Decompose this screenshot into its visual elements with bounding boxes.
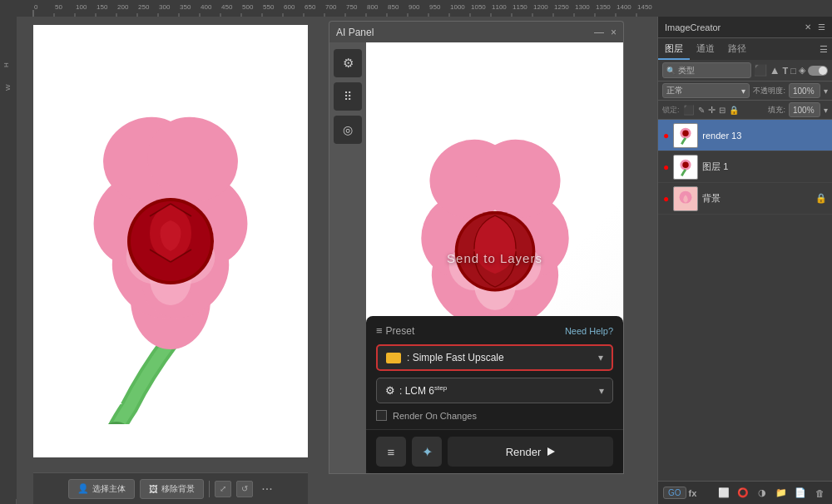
blend-opacity-row: 正常 ▾ 不透明度: 100% ▾ xyxy=(658,82,832,101)
layer-eye-layer1[interactable]: ● xyxy=(663,161,669,173)
preset-chevron-down-icon: ▾ xyxy=(598,352,603,363)
layer-name-layer1: 图层 1 xyxy=(702,161,827,173)
layer-item-background[interactable]: ● 背景 🔒 xyxy=(658,183,832,215)
svg-text:1300: 1300 xyxy=(575,3,590,11)
sparkle-icon: ✦ xyxy=(422,444,433,460)
ai-panel-preview[interactable]: Send to Layers ≡ Preset Need Help? xyxy=(366,42,623,473)
preset-selector[interactable]: : Simple Fast Upscale ▾ xyxy=(376,344,613,371)
sampler-inner: ⚙ : LCM 6step xyxy=(385,384,447,397)
ai-target-btn[interactable]: ◎ xyxy=(334,116,362,144)
remove-bg-button[interactable]: 🖼 移除背景 xyxy=(140,479,204,499)
ruler-top: 0 50 100 150 200 250 300 350 400 450 xyxy=(0,0,832,17)
svg-text:100: 100 xyxy=(76,3,87,11)
preset-icon-yellow xyxy=(386,353,401,363)
render-main-btn[interactable]: Render xyxy=(448,437,613,467)
layer-filter-pixel-icon[interactable]: ⬛ xyxy=(754,64,767,77)
svg-text:H: H xyxy=(2,62,10,67)
svg-text:W: W xyxy=(4,84,12,91)
layer-filter-smartobj-icon[interactable]: ◈ xyxy=(799,65,805,76)
layer-filter-adjust-icon[interactable]: ▲ xyxy=(770,64,780,77)
ai-icon-bar: ⚙ ⠿ ◎ xyxy=(329,42,366,473)
lock-image-icon[interactable]: ✎ xyxy=(698,106,705,115)
layer-new-icon[interactable]: 📄 xyxy=(793,486,808,501)
need-help-link[interactable]: Need Help? xyxy=(565,326,613,336)
blend-mode-chevron: ▾ xyxy=(741,86,745,96)
left-canvas[interactable] xyxy=(33,25,308,457)
opacity-input[interactable]: 100% xyxy=(789,83,820,98)
svg-point-98 xyxy=(683,130,689,136)
layer-eye-background[interactable]: ● xyxy=(663,193,669,205)
toolbar-divider xyxy=(209,481,210,497)
tabs-spacer xyxy=(753,38,815,60)
render-bar: ≡ ✦ Render xyxy=(366,429,623,473)
ai-panel-minimize[interactable]: — xyxy=(594,27,604,38)
more-options-btn[interactable]: ··· xyxy=(261,482,272,497)
svg-text:600: 600 xyxy=(284,3,295,11)
layer-search-box[interactable]: 🔍 类型 xyxy=(662,62,751,78)
layer-eye-render13[interactable]: ● xyxy=(663,130,669,141)
preset-header: ≡ Preset Need Help? xyxy=(376,324,613,337)
render-star-btn[interactable]: ✦ xyxy=(412,437,442,467)
fx-button[interactable]: fx xyxy=(689,488,697,498)
svg-text:1150: 1150 xyxy=(513,3,527,11)
tab-channels[interactable]: 通道 xyxy=(690,38,721,60)
fill-label: 填充: xyxy=(768,105,785,116)
layer-delete-icon[interactable]: 🗑 xyxy=(812,486,827,501)
sampler-selector[interactable]: ⚙ : LCM 6step ▾ xyxy=(376,378,613,403)
svg-text:350: 350 xyxy=(180,3,191,11)
layer-item-layer1[interactable]: ● 图层 1 xyxy=(658,151,832,183)
opacity-label: 不透明度: xyxy=(753,86,785,96)
tab-paths[interactable]: 路径 xyxy=(721,38,753,60)
hamburger-icon: ≡ xyxy=(376,324,383,337)
layer-filter-text-icon[interactable]: T xyxy=(783,66,789,76)
go-area: GO fx xyxy=(663,487,696,499)
ai-panel-controls: — × xyxy=(594,27,617,38)
fill-chevron-icon: ▾ xyxy=(824,106,828,115)
canvas-resize-btn[interactable]: ⤢ xyxy=(215,481,231,497)
layer-add-style-icon[interactable]: ⬜ xyxy=(716,486,731,501)
gear-icon: ⚙ xyxy=(343,56,354,71)
svg-text:1450: 1450 xyxy=(637,3,652,11)
blend-mode-dropdown[interactable]: 正常 ▾ xyxy=(662,83,750,98)
lock-artboard-icon[interactable]: ⊟ xyxy=(719,106,726,115)
layer-filter-shape-icon[interactable]: □ xyxy=(790,66,796,76)
lock-transparency-icon[interactable]: ⬛ xyxy=(683,105,695,116)
panel-menu-btn[interactable]: ☰ xyxy=(815,38,832,60)
layers-list: ● render 13 ● xyxy=(658,120,832,481)
layer-item-render13[interactable]: ● render 13 xyxy=(658,120,832,151)
svg-text:1050: 1050 xyxy=(471,3,486,11)
render-on-changes-checkbox[interactable] xyxy=(376,410,387,421)
svg-text:250: 250 xyxy=(138,3,150,11)
right-panel-title: ImageCreator xyxy=(665,22,721,32)
right-panel-title-bar: ImageCreator ✕ ☰ xyxy=(658,17,832,38)
layer-group-icon[interactable]: 📁 xyxy=(774,486,789,501)
opacity-chevron-icon: ▾ xyxy=(824,86,828,96)
canvas-rotate-btn[interactable]: ↺ xyxy=(236,481,253,497)
fill-input[interactable]: 100% xyxy=(789,102,820,117)
select-subject-button[interactable]: 👤 选择主体 xyxy=(68,479,135,499)
svg-text:300: 300 xyxy=(159,3,171,11)
ai-panel-title: AI Panel xyxy=(336,27,374,38)
layer-adjustment-icon[interactable]: ◑ xyxy=(755,486,770,501)
title-bar-menu-icon[interactable]: ☰ xyxy=(818,22,825,32)
render-menu-btn[interactable]: ≡ xyxy=(376,437,406,467)
ai-panel-close[interactable]: × xyxy=(611,27,617,38)
ai-nodes-btn[interactable]: ⠿ xyxy=(334,82,362,111)
main-area: H W xyxy=(0,17,832,504)
layer-name-render13: render 13 xyxy=(702,131,827,141)
lock-position-icon[interactable]: ✛ xyxy=(708,105,716,116)
render-play-icon xyxy=(547,447,555,456)
left-canvas-toolbar: 👤 选择主体 🖼 移除背景 ⤢ ↺ ··· xyxy=(33,472,308,504)
svg-text:1100: 1100 xyxy=(492,3,507,11)
svg-text:1200: 1200 xyxy=(533,3,548,11)
go-button[interactable]: GO xyxy=(663,487,686,499)
app-container: 0 50 100 150 200 250 300 350 400 450 xyxy=(0,0,832,504)
search-type-label: 类型 xyxy=(678,65,695,77)
ai-settings-btn[interactable]: ⚙ xyxy=(334,49,362,77)
layer-mask-icon[interactable]: ⭕ xyxy=(735,486,750,501)
tab-layers[interactable]: 图层 xyxy=(658,38,690,60)
lock-all-icon[interactable]: 🔒 xyxy=(729,106,739,115)
layer-filter-toggle[interactable] xyxy=(808,66,828,76)
title-bar-close-icon[interactable]: ✕ xyxy=(805,22,811,32)
svg-text:150: 150 xyxy=(97,3,108,11)
